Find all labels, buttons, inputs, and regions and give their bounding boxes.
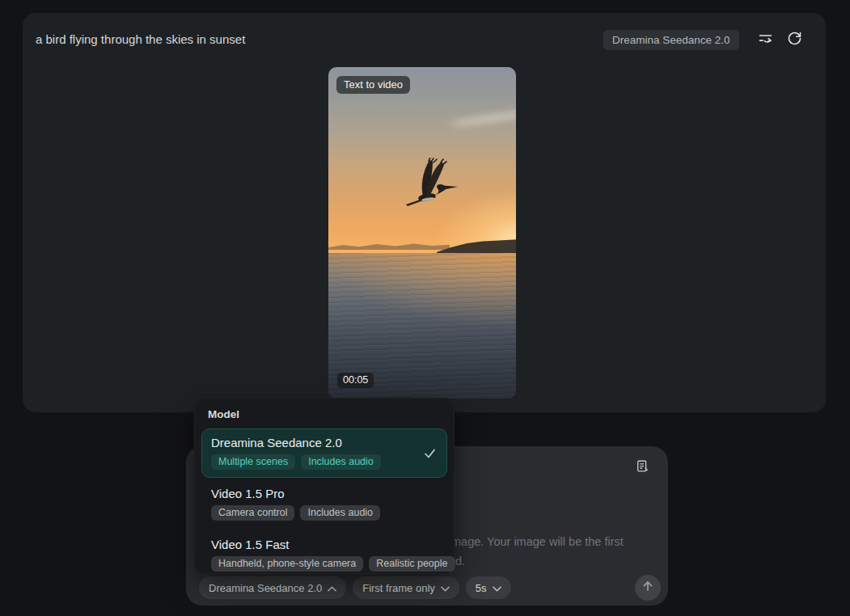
model-tag: Multiple scenes [211,454,295,470]
reuse-settings-button[interactable] [755,29,776,50]
prompt-notes-icon [636,462,650,476]
prompt-text: a bird flying through the skies in sunse… [36,32,245,46]
model-option-name: Video 1.5 Fast [211,538,438,551]
checkmark-icon [424,447,436,459]
frame-mode-pill[interactable]: First frame only [353,576,459,599]
generate-button[interactable] [635,575,661,601]
model-badge: Dreamina Seedance 2.0 [603,30,739,50]
regenerate-button[interactable] [784,29,805,50]
composer-placeholder-line1[interactable]: mage. Your image will be the first [451,535,624,548]
model-menu-title: Model [208,408,449,420]
arrow-up-icon [641,580,654,596]
model-tag: Includes audio [300,505,380,521]
chevron-down-icon [493,582,501,594]
model-tag: Handheld, phone-style camera [211,556,363,572]
chevron-down-icon [441,582,450,594]
composer-placeholder-line2[interactable]: d. [455,555,465,567]
duration-pill[interactable]: 5s [466,576,511,599]
regenerate-icon [786,30,803,50]
model-option-video-15-fast[interactable]: Video 1.5 Fast Handheld, phone-style cam… [201,530,447,580]
model-tag: Realistic people [369,556,455,572]
frame-mode-label: First frame only [362,582,435,594]
app-screen: a bird flying through the skies in sunse… [0,0,850,616]
video-type-badge: Text to video [336,76,410,94]
model-option-dreamina-seedance-2[interactable]: Dreamina Seedance 2.0 Multiple scenes In… [201,428,447,478]
composer-controls: Dreamina Seedance 2.0 First frame only 5… [199,576,511,599]
generation-card: a bird flying through the skies in sunse… [23,13,826,412]
duration-label: 5s [476,582,487,594]
video-thumbnail[interactable]: Text to video 00:05 [328,67,516,399]
chevron-up-icon [328,582,336,594]
model-select-pill[interactable]: Dreamina Seedance 2.0 [199,576,346,599]
prompt-notes-button[interactable] [636,459,652,475]
reuse-settings-icon [757,30,774,50]
model-tag: Camera control [211,505,294,521]
video-duration-badge: 00:05 [337,373,374,388]
model-select-label: Dreamina Seedance 2.0 [209,582,322,594]
model-option-name: Video 1.5 Pro [211,487,438,500]
model-option-name: Dreamina Seedance 2.0 [211,436,438,449]
model-menu: Model Dreamina Seedance 2.0 Multiple sce… [194,398,455,574]
bird-silhouette [400,158,461,216]
model-option-video-15-pro[interactable]: Video 1.5 Pro Camera control Includes au… [201,479,447,529]
model-tag: Includes audio [301,454,381,470]
